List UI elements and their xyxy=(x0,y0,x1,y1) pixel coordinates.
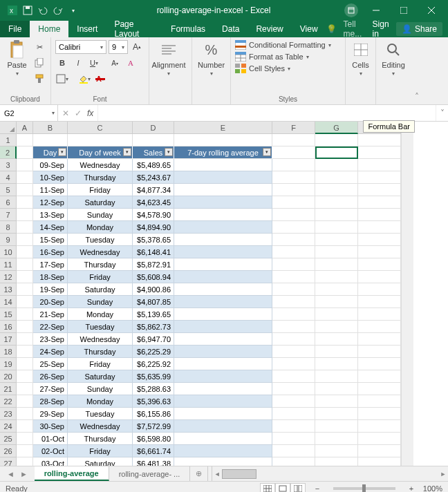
font-name-combo[interactable]: Calibri▾ xyxy=(55,40,106,54)
cell-dow[interactable]: Friday xyxy=(68,271,133,283)
filter-icon[interactable]: ▾ xyxy=(263,148,271,156)
font-size-combo[interactable]: 9▾ xyxy=(109,40,128,54)
undo-icon[interactable] xyxy=(37,5,48,16)
table-header-avg[interactable]: 7-day rolling average▾ xyxy=(174,146,272,159)
cell-A26[interactable] xyxy=(17,445,33,457)
save-icon[interactable] xyxy=(22,5,33,16)
cell-sales[interactable]: $6,225.29 xyxy=(133,346,174,358)
cell-A7[interactable] xyxy=(17,209,33,221)
cell-A21[interactable] xyxy=(17,383,33,395)
cell-G12[interactable] xyxy=(315,271,358,283)
cell-G14[interactable] xyxy=(315,296,358,308)
cell-F23[interactable] xyxy=(272,408,315,420)
sheet-tab-active[interactable]: rolling-average xyxy=(35,466,109,481)
cell-dow[interactable]: Friday xyxy=(68,184,133,196)
cell-sales[interactable]: $5,243.67 xyxy=(133,171,174,184)
cell-day[interactable]: 24-Sep xyxy=(33,346,68,358)
cell-F9[interactable] xyxy=(272,234,315,246)
filter-icon[interactable]: ▾ xyxy=(58,148,66,156)
cell-G6[interactable] xyxy=(315,196,358,209)
tab-data[interactable]: Data xyxy=(214,21,248,37)
cell-avg[interactable] xyxy=(174,321,272,333)
cell-G5[interactable] xyxy=(315,184,358,196)
cell-G9[interactable] xyxy=(315,234,358,246)
row-header-18[interactable]: 18 xyxy=(0,346,17,358)
collapse-ribbon-icon[interactable]: ˄ xyxy=(411,37,423,104)
cell-F19[interactable] xyxy=(272,358,315,370)
row-header-7[interactable]: 7 xyxy=(0,209,17,221)
cell-G24[interactable] xyxy=(315,420,358,433)
cell-H5[interactable] xyxy=(358,184,401,196)
col-header-C[interactable]: C xyxy=(68,122,133,134)
cell-sales[interactable]: $5,378.65 xyxy=(133,234,174,246)
horizontal-scrollbar[interactable]: ◄► xyxy=(212,466,448,481)
row-header-8[interactable]: 8 xyxy=(0,221,17,234)
cell-sales[interactable]: $5,872.91 xyxy=(133,258,174,271)
new-sheet-button[interactable]: ⊕ xyxy=(190,466,207,481)
paste-button[interactable]: Paste▾ xyxy=(4,40,30,77)
cell-avg[interactable] xyxy=(174,246,272,258)
cancel-icon[interactable]: ✕ xyxy=(62,108,69,118)
cell-F18[interactable] xyxy=(272,346,315,358)
row-header-16[interactable]: 16 xyxy=(0,321,17,333)
cell-avg[interactable] xyxy=(174,346,272,358)
zoom-slider[interactable] xyxy=(333,487,395,490)
cell-sales[interactable]: $5,862.73 xyxy=(133,321,174,333)
border-icon[interactable]: ▾ xyxy=(55,72,69,86)
cell-H27[interactable] xyxy=(358,457,401,466)
cell-day[interactable]: 19-Sep xyxy=(33,283,68,296)
cell-sales[interactable]: $6,225.92 xyxy=(133,358,174,370)
row-header-9[interactable]: 9 xyxy=(0,234,17,246)
qat-customize-icon[interactable]: ▾ xyxy=(68,5,79,16)
row-header-5[interactable]: 5 xyxy=(0,184,17,196)
editing-button[interactable]: Editing▾ xyxy=(380,40,407,77)
cell-dow[interactable]: Sunday xyxy=(68,296,133,308)
expand-formula-icon[interactable]: ˅ xyxy=(436,105,448,121)
row-header-1[interactable]: 1 xyxy=(0,134,17,146)
cell-A16[interactable] xyxy=(17,321,33,333)
cell-G25[interactable] xyxy=(315,433,358,445)
minimize-button[interactable] xyxy=(362,0,390,21)
cell-sales[interactable]: $6,481.38 xyxy=(133,457,174,466)
cell-sales[interactable]: $5,139.65 xyxy=(133,308,174,321)
cell-H17[interactable] xyxy=(358,333,401,346)
cell-sales[interactable]: $6,947.70 xyxy=(133,333,174,346)
tab-page-layout[interactable]: Page Layout xyxy=(106,21,162,37)
cell-A17[interactable] xyxy=(17,333,33,346)
bold-button[interactable]: B xyxy=(55,56,69,70)
cell-sales[interactable]: $5,288.63 xyxy=(133,383,174,395)
cell-empty[interactable] xyxy=(33,134,68,146)
cell-G7[interactable] xyxy=(315,209,358,221)
cell-H21[interactable] xyxy=(358,383,401,395)
cell-A13[interactable] xyxy=(17,283,33,296)
cell-avg[interactable] xyxy=(174,159,272,171)
cell-F22[interactable] xyxy=(272,395,315,408)
cell-H19[interactable] xyxy=(358,358,401,370)
row-header-14[interactable]: 14 xyxy=(0,296,17,308)
row-header-20[interactable]: 20 xyxy=(0,370,17,383)
cell-day[interactable]: 20-Sep xyxy=(33,296,68,308)
cell-dow[interactable]: Friday xyxy=(68,358,133,370)
row-header-24[interactable]: 24 xyxy=(0,420,17,433)
cell-G27[interactable] xyxy=(315,457,358,466)
cell-G8[interactable] xyxy=(315,221,358,234)
vertical-scrollbar[interactable] xyxy=(401,122,413,466)
cell-F20[interactable] xyxy=(272,370,315,383)
cell-day[interactable]: 02-Oct xyxy=(33,445,68,457)
normal-view-button[interactable] xyxy=(260,483,275,493)
share-button[interactable]: 👤Share xyxy=(396,22,442,36)
row-header-21[interactable]: 21 xyxy=(0,383,17,395)
cell-dow[interactable]: Saturday xyxy=(68,283,133,296)
col-header-E[interactable]: E xyxy=(174,122,272,134)
cell-day[interactable]: 26-Sep xyxy=(33,370,68,383)
cell-A23[interactable] xyxy=(17,408,33,420)
cell-A12[interactable] xyxy=(17,271,33,283)
alignment-button[interactable]: Alignment▾ xyxy=(153,40,184,77)
cell-sales[interactable]: $4,807.85 xyxy=(133,296,174,308)
cell-F11[interactable] xyxy=(272,258,315,271)
col-header-G[interactable]: G xyxy=(315,122,358,134)
cell-H7[interactable] xyxy=(358,209,401,221)
table-header-day[interactable]: Day▾ xyxy=(33,146,68,159)
enter-icon[interactable]: ✓ xyxy=(75,108,82,118)
cell-dow[interactable]: Thursday xyxy=(68,346,133,358)
